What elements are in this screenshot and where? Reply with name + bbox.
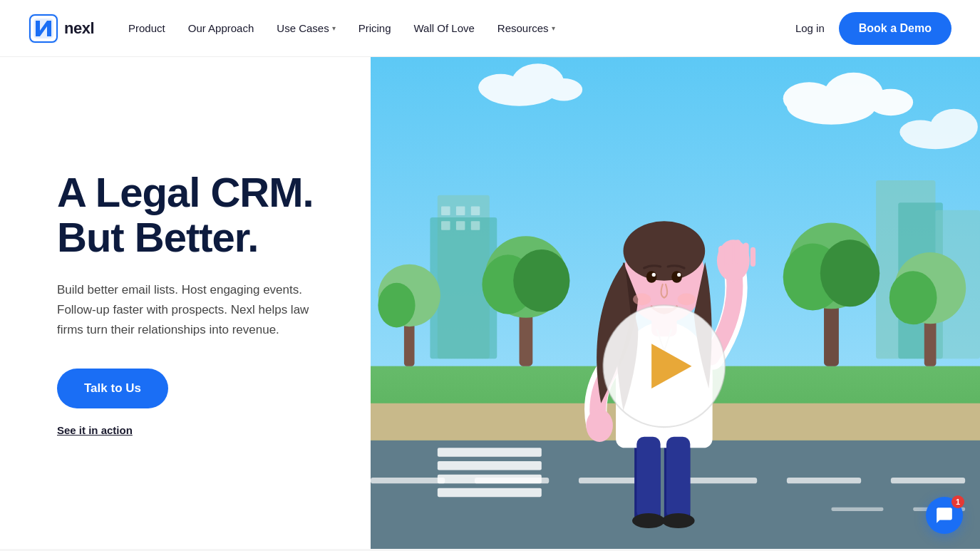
- nav-item-pricing[interactable]: Pricing: [350, 16, 400, 40]
- nav-link-product[interactable]: Product: [120, 16, 174, 40]
- svg-point-77: [662, 513, 695, 528]
- navbar-right: Log in Book a Demo: [795, 12, 951, 45]
- svg-point-67: [624, 221, 706, 280]
- hero-illustration: [371, 57, 980, 549]
- nav-link-our-approach[interactable]: Our Approach: [180, 16, 263, 40]
- hero-section: A Legal CRM. But Better. Build better em…: [0, 57, 980, 549]
- svg-point-68: [646, 271, 657, 283]
- book-demo-button[interactable]: Book a Demo: [839, 12, 951, 45]
- svg-rect-37: [438, 461, 542, 470]
- svg-rect-61: [735, 240, 741, 263]
- see-it-in-action-link[interactable]: See it in action: [57, 424, 328, 436]
- nav-item-use-cases[interactable]: Use Cases ▾: [268, 16, 344, 40]
- chat-icon: [935, 506, 954, 525]
- nav-link-resources[interactable]: Resources ▾: [489, 16, 564, 40]
- svg-rect-59: [718, 246, 724, 268]
- svg-point-70: [652, 273, 656, 277]
- svg-rect-38: [438, 475, 542, 484]
- chat-badge: 1: [951, 495, 964, 508]
- chat-widget[interactable]: 1: [926, 497, 963, 534]
- svg-point-6: [869, 89, 914, 116]
- svg-rect-62: [743, 243, 748, 265]
- svg-rect-24: [471, 221, 480, 230]
- svg-rect-74: [636, 437, 660, 519]
- resources-chevron-icon: ▾: [552, 24, 555, 32]
- brand-name: nexl: [64, 19, 94, 38]
- hero-visual: [371, 57, 980, 549]
- svg-rect-21: [471, 206, 480, 215]
- talk-to-us-button[interactable]: Talk to Us: [57, 369, 168, 408]
- nav-item-our-approach[interactable]: Our Approach: [180, 16, 263, 40]
- svg-rect-20: [456, 206, 465, 215]
- svg-point-72: [633, 293, 651, 305]
- navbar: nexl Product Our Approach Use Cases ▾: [0, 0, 980, 57]
- svg-point-73: [678, 293, 696, 305]
- svg-point-76: [632, 513, 665, 528]
- svg-rect-32: [787, 478, 861, 483]
- svg-rect-47: [824, 299, 839, 366]
- nav-link-pricing[interactable]: Pricing: [350, 16, 400, 40]
- svg-point-64: [586, 409, 613, 442]
- svg-point-53: [889, 271, 937, 324]
- svg-rect-63: [751, 247, 755, 267]
- nav-link-use-cases[interactable]: Use Cases ▾: [268, 16, 344, 40]
- hero-content: A Legal CRM. But Better. Build better em…: [0, 127, 371, 480]
- nav-item-product[interactable]: Product: [120, 16, 174, 40]
- login-link[interactable]: Log in: [795, 22, 825, 34]
- svg-point-13: [899, 120, 941, 144]
- svg-rect-44: [404, 321, 415, 366]
- svg-point-43: [513, 249, 569, 312]
- nav-links: Product Our Approach Use Cases ▾ Pricing: [120, 16, 564, 40]
- svg-point-10: [545, 78, 582, 101]
- use-cases-chevron-icon: ▾: [332, 24, 336, 32]
- svg-rect-75: [666, 437, 690, 519]
- hero-subtitle: Build better email lists. Host engaging …: [57, 280, 328, 340]
- svg-rect-28: [371, 478, 445, 483]
- svg-point-50: [820, 240, 880, 307]
- navbar-left: nexl Product Our Approach Use Cases ▾: [29, 14, 564, 43]
- nav-link-wall-of-love[interactable]: Wall Of Love: [406, 16, 483, 40]
- svg-rect-34: [831, 508, 883, 511]
- svg-rect-22: [441, 221, 450, 230]
- nav-item-resources[interactable]: Resources ▾: [489, 16, 564, 40]
- svg-rect-31: [683, 478, 757, 483]
- svg-point-9: [478, 74, 523, 101]
- hero-title: A Legal CRM. But Better.: [57, 170, 328, 261]
- svg-rect-33: [891, 478, 965, 483]
- svg-rect-23: [456, 221, 465, 230]
- logo[interactable]: nexl: [29, 14, 94, 43]
- svg-point-69: [671, 271, 682, 283]
- svg-rect-36: [438, 448, 542, 457]
- svg-rect-19: [441, 206, 450, 215]
- svg-point-71: [677, 273, 681, 277]
- svg-point-46: [378, 283, 415, 328]
- nexl-logo-icon: [29, 14, 58, 43]
- svg-point-5: [783, 82, 835, 115]
- svg-rect-60: [726, 241, 732, 264]
- svg-rect-39: [438, 488, 542, 498]
- nav-item-wall-of-love[interactable]: Wall Of Love: [406, 16, 483, 40]
